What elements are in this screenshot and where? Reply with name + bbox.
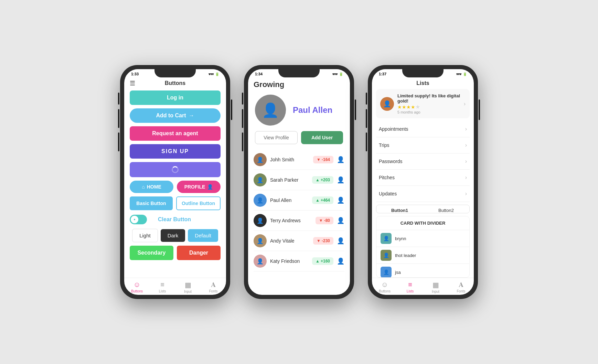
card-user-name-0: brynn xyxy=(395,236,406,241)
light-button[interactable]: Light xyxy=(132,229,158,242)
notch-2 xyxy=(278,69,320,77)
side-btn-left-2b xyxy=(242,109,243,128)
user-action-4[interactable]: 👤 xyxy=(337,237,344,245)
list-item-appointments[interactable]: Appointments › xyxy=(376,121,470,137)
clear-button[interactable]: Clear Button xyxy=(152,214,196,225)
user-avatar-4: 👤 xyxy=(254,234,267,247)
default-button[interactable]: Default xyxy=(188,229,218,242)
user-name-0: Johh Smith xyxy=(270,157,310,162)
add-to-cart-button[interactable]: Add to Cart → xyxy=(130,108,221,123)
nav3-buttons[interactable]: ☺ Buttons xyxy=(372,281,397,293)
chevron-appointments: › xyxy=(465,126,467,132)
toggle-knob xyxy=(131,216,138,223)
user-score-4: ▼ -230 xyxy=(313,237,333,245)
main-avatar: 👤 xyxy=(255,95,286,126)
nav3-fonts[interactable]: 𝐀 Fonts xyxy=(448,281,474,293)
buttons-title: Buttons xyxy=(165,80,185,86)
side-btn-left-3b xyxy=(366,109,367,128)
basic-outline-row: Basic Button Outline Button xyxy=(130,196,221,210)
card-title: CARD WITH DIVIDER xyxy=(376,216,469,230)
home-profile-row: ⌂ HOME PROFILE 👤 xyxy=(130,181,221,193)
user-score-3: ▼ -80 xyxy=(316,217,333,224)
phone-2: 1:34 ▾▾▾ 🔋 Growing 👤 Paul Allen View Pro… xyxy=(244,65,354,299)
side-btn-left-3a xyxy=(366,93,367,105)
secondary-button[interactable]: Secondary xyxy=(130,246,173,260)
user-action-1[interactable]: 👤 xyxy=(337,176,344,184)
home-icon: ⌂ xyxy=(142,184,145,190)
user-avatar-0: 👤 xyxy=(254,153,267,166)
bottom-nav-3: ☺ Buttons ≡ Lists ▦ Input 𝐀 Fonts xyxy=(372,278,474,295)
nav3-lists[interactable]: ≡ Lists xyxy=(397,281,423,293)
nav3-input[interactable]: ▦ Input xyxy=(423,281,448,293)
status-icons-2: ▾▾▾ 🔋 xyxy=(332,72,343,76)
side-btn-right xyxy=(231,99,232,120)
user-row-2: 👤 Paul Allen ▲ +464 👤 xyxy=(254,190,344,211)
dark-button[interactable]: Dark xyxy=(161,229,185,242)
nav-fonts[interactable]: 𝐀 Fonts xyxy=(201,281,226,293)
add-user-button[interactable]: Add User xyxy=(301,131,343,144)
notch-1 xyxy=(154,69,196,77)
loading-button[interactable] xyxy=(130,162,221,177)
profile-name: Paul Allen xyxy=(293,105,332,115)
card-user-jsa: 👤 jsa xyxy=(376,264,469,278)
basic-button[interactable]: Basic Button xyxy=(130,196,173,210)
menu-icon[interactable]: ☰ xyxy=(130,79,135,87)
wifi-icon-3: ▾▾▾ xyxy=(456,72,461,76)
spinner-icon xyxy=(172,166,179,173)
battery-icon: 🔋 xyxy=(215,72,219,76)
nav-buttons[interactable]: ☺ Buttons xyxy=(124,281,150,293)
side-btn-left-3 xyxy=(118,132,119,151)
side-btn-left-3c xyxy=(366,132,367,151)
phone-3-screen: 1:37 ▾▾▾ 🔋 Lists 👤 Limited supply! Its l… xyxy=(372,69,474,295)
card-avatar-2: 👤 xyxy=(381,267,392,278)
user-avatar-3: 👤 xyxy=(254,214,267,227)
review-stars-row: ★★★★★ xyxy=(397,104,460,110)
notch-3 xyxy=(402,69,444,77)
user-row-4: 👤 Andy Vitale ▼ -230 👤 xyxy=(254,231,344,251)
outline-button[interactable]: Outline Button xyxy=(176,196,221,210)
user-avatar-2: 👤 xyxy=(254,194,267,207)
nav3-buttons-icon: ☺ xyxy=(381,281,388,289)
user-action-0[interactable]: 👤 xyxy=(337,156,344,163)
list-item-updates[interactable]: Updates › xyxy=(376,186,470,202)
chevron-pitches: › xyxy=(465,174,467,181)
bottom-nav-1: ☺ Buttons ≡ Lists ▦ Input 𝐀 Fonts xyxy=(124,278,226,295)
review-card[interactable]: 👤 Limited supply! Its like digital gold!… xyxy=(376,89,470,118)
side-btn-left-2a xyxy=(242,93,243,105)
battery-icon-2: 🔋 xyxy=(339,72,343,76)
tab-button2[interactable]: Button2 xyxy=(423,205,469,213)
wifi-icon: ▾▾▾ xyxy=(209,72,214,76)
user-action-5[interactable]: 👤 xyxy=(337,257,344,265)
user-score-5: ▲ +160 xyxy=(312,257,333,265)
user-action-2[interactable]: 👤 xyxy=(337,196,344,204)
signup-button[interactable]: SIGN UP xyxy=(130,144,221,159)
card-user-name-1: thot leader xyxy=(395,253,416,258)
nav-lists-icon: ≡ xyxy=(160,281,164,289)
view-profile-button[interactable]: View Profile xyxy=(255,131,298,144)
review-time: 5 months ago xyxy=(397,110,460,114)
login-button[interactable]: Log in xyxy=(130,90,221,105)
user-row-3: 👤 Terry Andrews ▼ -80 👤 xyxy=(254,211,344,231)
user-list: 👤 Johh Smith ▼ -164 👤 👤 Sarah Parker ▲ +… xyxy=(248,150,350,295)
danger-button[interactable]: Danger xyxy=(177,246,221,260)
lists-title: Lists xyxy=(416,80,429,86)
phones-container: 1:33 ▾▾▾ 🔋 ☰ Buttons Log in Add to Cart … xyxy=(120,65,478,299)
user-score-2: ▲ +464 xyxy=(312,196,333,204)
list-item-passwords[interactable]: Passwords › xyxy=(376,153,470,170)
user-name-2: Paul Allen xyxy=(270,197,309,203)
nav-lists[interactable]: ≡ Lists xyxy=(150,281,175,293)
tab-buttons: Button1 Button2 xyxy=(376,205,470,213)
home-button[interactable]: ⌂ HOME xyxy=(130,181,173,193)
request-agent-button[interactable]: Request an agent xyxy=(130,126,221,141)
list-item-trips[interactable]: Trips › xyxy=(376,137,470,153)
tab-button1[interactable]: Button1 xyxy=(376,205,423,213)
profile-button[interactable]: PROFILE 👤 xyxy=(177,181,221,193)
user-action-3[interactable]: 👤 xyxy=(337,217,344,224)
toggle-switch[interactable] xyxy=(130,215,147,224)
review-content: Limited supply! Its like digital gold! ★… xyxy=(397,93,460,114)
status-icons-1: ▾▾▾ 🔋 xyxy=(209,72,219,76)
nav-input[interactable]: ▦ Input xyxy=(175,281,201,293)
time-3: 1:37 xyxy=(379,72,386,76)
side-btn-right-2 xyxy=(355,99,356,120)
list-item-pitches[interactable]: Pitches › xyxy=(376,170,470,186)
